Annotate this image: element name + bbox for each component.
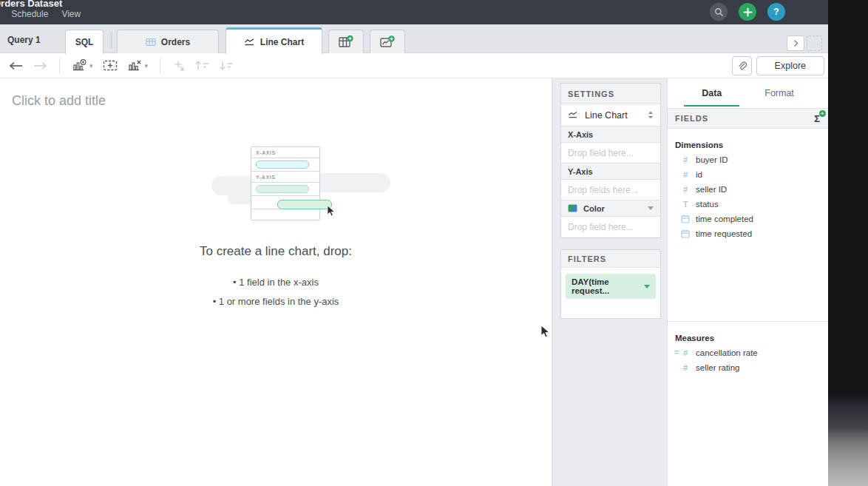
- query-label[interactable]: Query 1: [7, 35, 41, 45]
- toolbar-separator: [160, 58, 160, 74]
- filter-pill-day-time-requested[interactable]: DAY(time request...: [566, 274, 656, 299]
- field-item-status[interactable]: T status: [668, 197, 828, 212]
- hash-icon: #: [681, 170, 690, 179]
- y-axis-label: Y-Axis: [568, 167, 593, 176]
- topbar-actions: ?: [710, 3, 785, 21]
- illustration-row: [251, 183, 319, 196]
- move-points-button[interactable]: [168, 57, 190, 75]
- screen: Orders Dataset File Schedule View: [0, 0, 868, 486]
- tab-orders[interactable]: Orders: [117, 30, 219, 53]
- equals-glyph: =: [674, 348, 679, 357]
- tab-drop-placeholder: [807, 36, 822, 51]
- add-to-dashboard-button[interactable]: [98, 56, 123, 75]
- field-item-time-completed[interactable]: time completed: [668, 212, 828, 226]
- filters-card: FILTERS DAY(time request...: [560, 249, 661, 319]
- illustration-cursor-icon: [327, 206, 336, 217]
- mouse-cursor-icon: [540, 325, 552, 338]
- toolbar-right: Explore: [732, 56, 824, 75]
- tab-format[interactable]: Format: [760, 80, 799, 107]
- field-item-seller-rating[interactable]: # seller rating: [668, 360, 828, 375]
- field-label: status: [696, 200, 719, 209]
- desktop-background: [828, 0, 868, 486]
- field-item-buyer-id[interactable]: # buyer ID: [668, 152, 828, 167]
- dimensions-label: Dimensions: [675, 141, 828, 149]
- tab-overflow-button[interactable]: [787, 36, 804, 51]
- panel-tabs: Data Format: [668, 78, 828, 108]
- field-label: cancellation rate: [696, 348, 758, 357]
- equals-hash-icon: =#: [681, 348, 690, 357]
- dragged-field-pill: [277, 200, 332, 209]
- search-icon: [714, 7, 724, 17]
- share-link-button[interactable]: [732, 56, 752, 75]
- field-item-time-requested[interactable]: time requested: [668, 226, 828, 241]
- toolbar-separator: [59, 58, 60, 74]
- settings-card: SETTINGS Line Chart X-Axis Drop field he…: [560, 83, 661, 238]
- color-drop-zone[interactable]: Drop field here...: [561, 217, 660, 237]
- sort-ascending-button[interactable]: [190, 57, 214, 74]
- add-chart-icon: [379, 36, 396, 49]
- hash-icon: #: [681, 155, 690, 164]
- plus-icon: [743, 7, 753, 17]
- fields-header-bar: FIELDS Σ +: [668, 108, 828, 129]
- field-label: seller rating: [696, 363, 739, 372]
- chart-canvas: Click to add title X-AXIS Y-AXIS To crea…: [0, 78, 552, 486]
- app-window: Orders Dataset File Schedule View: [0, 0, 828, 486]
- chevron-down-icon: ▾: [145, 62, 149, 70]
- illustration-y-axis-label: Y-AXIS: [251, 172, 319, 183]
- sort-descending-button[interactable]: [214, 57, 239, 74]
- remove-chart-button[interactable]: ▾: [123, 56, 153, 75]
- y-axis-drop-zone[interactable]: Drop fields here...: [561, 180, 660, 200]
- add-chart-tab[interactable]: [370, 30, 405, 53]
- help-button[interactable]: ?: [767, 3, 785, 21]
- updown-arrows-icon: [648, 111, 654, 119]
- chevron-down-icon: ▾: [89, 62, 93, 70]
- field-pill-green: [256, 185, 309, 193]
- add-button[interactable]: [739, 3, 756, 21]
- fields-header-label: FIELDS: [675, 114, 708, 123]
- chart-type-value: Line Chart: [585, 110, 628, 121]
- tab-orders-label: Orders: [161, 37, 190, 47]
- dataset-title: Orders Dataset: [0, 0, 62, 9]
- add-table-tab[interactable]: [328, 30, 364, 53]
- illustration-panel: X-AXIS Y-AXIS: [251, 146, 320, 220]
- color-section-header[interactable]: Color: [561, 200, 660, 217]
- filter-pill-label: DAY(time request...: [572, 277, 635, 295]
- chart-title-placeholder[interactable]: Click to add title: [12, 93, 106, 109]
- field-label: buyer ID: [696, 155, 728, 164]
- color-swatch-icon: [568, 204, 577, 212]
- help-icon: ?: [773, 7, 779, 17]
- chevron-right-icon: [793, 39, 799, 47]
- forward-button[interactable]: [28, 58, 52, 73]
- tab-sql[interactable]: SQL: [65, 30, 104, 54]
- table-grid-icon: [146, 38, 156, 47]
- text-type-icon: T: [681, 200, 690, 209]
- chart-type-selector[interactable]: Line Chart: [561, 104, 660, 126]
- menu-view[interactable]: View: [61, 9, 81, 19]
- y-axis-section-header: Y-Axis: [561, 163, 660, 180]
- explore-button[interactable]: Explore: [756, 56, 824, 75]
- tabbar: Query 1 SQL Orders Line Chart: [0, 24, 828, 53]
- field-item-cancellation-rate[interactable]: =# cancellation rate: [668, 345, 828, 360]
- field-item-seller-id[interactable]: # seller ID: [668, 182, 828, 197]
- field-label: time requested: [696, 229, 752, 238]
- add-measure-button[interactable]: Σ +: [814, 113, 821, 124]
- panel-divider: [668, 321, 828, 322]
- field-pill-teal: [256, 161, 309, 169]
- back-button[interactable]: [4, 58, 28, 73]
- drop-instructions-heading: To create a line chart, drop:: [0, 244, 552, 259]
- tab-line-chart[interactable]: Line Chart: [226, 27, 322, 54]
- field-label: time completed: [696, 215, 753, 223]
- x-axis-drop-zone[interactable]: Drop field here...: [561, 143, 660, 163]
- drop-instruction-bullet: • 1 field in the x-axis: [0, 277, 552, 288]
- menu-schedule[interactable]: Schedule: [11, 9, 48, 19]
- field-item-id[interactable]: # id: [668, 167, 828, 182]
- add-chart-button[interactable]: ▾: [67, 56, 98, 75]
- field-label: id: [696, 170, 702, 179]
- search-button[interactable]: [710, 3, 728, 21]
- line-chart-icon: [244, 38, 255, 47]
- fields-panel: Data Format FIELDS Σ + Dimensions # buye…: [667, 78, 828, 486]
- tab-data[interactable]: Data: [697, 80, 726, 107]
- menubar: File Schedule View: [0, 9, 81, 19]
- chevron-down-icon: [648, 206, 654, 210]
- measures-label: Measures: [675, 334, 828, 342]
